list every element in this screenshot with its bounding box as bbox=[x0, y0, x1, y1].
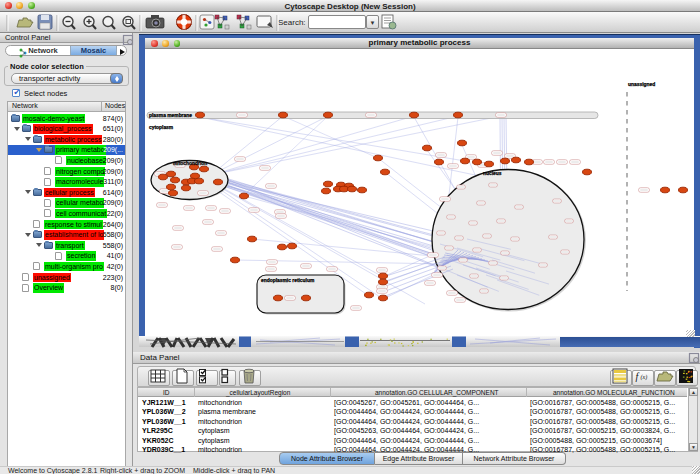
svg-text:plasma membrane: plasma membrane bbox=[149, 113, 192, 118]
svg-text:cytoplasm: cytoplasm bbox=[149, 125, 174, 130]
svg-text:endoplasmic reticulum: endoplasmic reticulum bbox=[261, 278, 315, 283]
svg-text:unassigned: unassigned bbox=[628, 82, 655, 87]
svg-text:mitochondrion: mitochondrion bbox=[173, 161, 207, 166]
svg-text:nucleus: nucleus bbox=[483, 171, 502, 176]
